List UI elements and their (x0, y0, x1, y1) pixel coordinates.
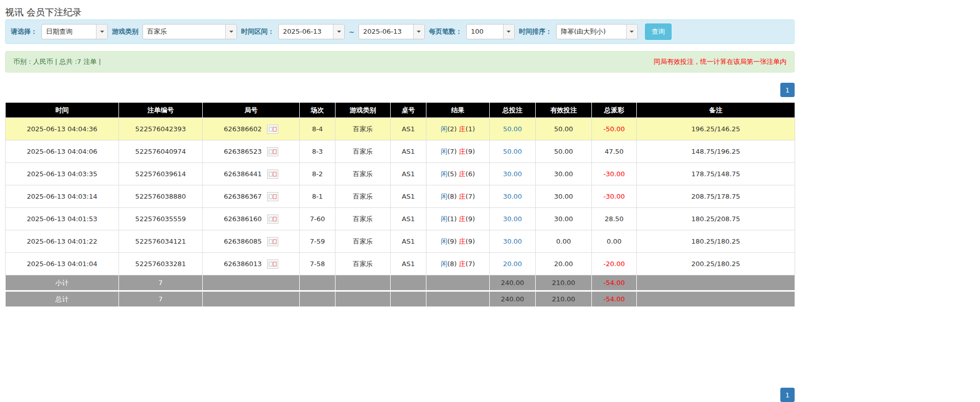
caret-down-icon (337, 31, 341, 33)
view-cards-icon[interactable] (267, 259, 278, 269)
banker-result: 庄 (459, 193, 466, 200)
page-title: 视讯 会员下注纪录 (5, 0, 795, 18)
cell-bet-id: 522576034121 (119, 230, 203, 253)
page-size-caret-button[interactable] (503, 25, 514, 39)
cell-payout: 47.50 (592, 140, 637, 163)
cell-valid-bet: 20.00 (536, 253, 592, 275)
cell-round: 626386367 (203, 185, 300, 208)
table-row: 2025-06-13 04:04:06 522576040974 6263865… (6, 140, 795, 163)
date-to-value: 2025-06-13 (359, 25, 413, 39)
cell-result: 闲(1) 庄(9) (426, 208, 490, 230)
col-header-result: 结果 (426, 103, 490, 118)
subtotal-payout: -54.00 (592, 275, 637, 291)
page-size-select[interactable]: 100 (466, 24, 515, 39)
cell-game: 百家乐 (336, 230, 391, 253)
cell-note: 200.25/180.25 (637, 253, 795, 275)
total-bet-link[interactable]: 50.00 (503, 148, 522, 155)
round-number: 626386085 (224, 237, 261, 245)
total-bet-link[interactable]: 30.00 (503, 170, 522, 178)
view-cards-icon[interactable] (267, 215, 278, 224)
total-label: 总计 (6, 291, 119, 307)
cell-time: 2025-06-13 04:03:14 (6, 185, 119, 208)
cell-note: 180.25/180.25 (637, 230, 795, 253)
cell-bet-id: 522576042393 (119, 118, 203, 140)
view-cards-icon[interactable] (267, 192, 278, 201)
view-cards-icon[interactable] (267, 237, 278, 246)
view-cards-icon[interactable] (267, 170, 278, 179)
view-cards-icon[interactable] (267, 125, 278, 134)
col-header-note: 备注 (637, 103, 795, 118)
betting-records-table: 时间 注单编号 局号 场次 游戏类别 桌号 结果 总投注 有效投注 总派彩 备注… (5, 102, 795, 307)
caret-down-icon (630, 31, 634, 33)
date-to-caret-button[interactable] (413, 25, 424, 39)
cell-time: 2025-06-13 04:03:35 (6, 163, 119, 185)
game-type-caret-button[interactable] (225, 25, 236, 39)
date-from-caret-button[interactable] (333, 25, 344, 39)
cell-payout: -50.00 (592, 118, 637, 140)
player-result: 闲 (441, 193, 447, 200)
filter-bar: 请选择： 日期查询 游戏类别 百家乐 时间区间： 2025-06-13 ~ 20… (5, 19, 795, 44)
total-bet-link[interactable]: 30.00 (503, 193, 522, 200)
cell-round: 626386085 (203, 230, 300, 253)
total-bet-link[interactable]: 20.00 (503, 260, 522, 268)
cell-time: 2025-06-13 04:01:04 (6, 253, 119, 275)
time-sort-caret-button[interactable] (626, 25, 637, 39)
time-sort-select[interactable]: 降幂(由大到小) (556, 24, 638, 39)
cell-payout: 28.50 (592, 208, 637, 230)
page-button-1[interactable]: 1 (780, 83, 795, 97)
search-button[interactable]: 查询 (645, 23, 672, 40)
total-bet-link[interactable]: 30.00 (503, 238, 522, 245)
player-result: 闲 (441, 260, 447, 268)
table-row: 2025-06-13 04:03:14 522576038880 6263863… (6, 185, 795, 208)
cell-game: 百家乐 (336, 185, 391, 208)
date-to-select[interactable]: 2025-06-13 (358, 24, 425, 39)
date-from-select[interactable]: 2025-06-13 (278, 24, 345, 39)
player-result: 闲 (441, 170, 447, 178)
game-type-select[interactable]: 百家乐 (142, 24, 237, 39)
total-total-bet: 240.00 (490, 291, 536, 307)
cell-round: 626386160 (203, 208, 300, 230)
view-cards-icon[interactable] (267, 147, 278, 156)
page-button-1[interactable]: 1 (780, 388, 795, 402)
caret-down-icon (507, 31, 511, 33)
total-bet-link[interactable]: 50.00 (503, 125, 522, 133)
cell-round: 626386602 (203, 118, 300, 140)
cell-note: 148.75/196.25 (637, 140, 795, 163)
cell-result: 闲(9) 庄(9) (426, 230, 490, 253)
subtotal-row: 小计 7 240.00 210.00 -54.00 (6, 275, 795, 291)
query-type-select[interactable]: 日期查询 (41, 24, 108, 39)
table-row: 2025-06-13 04:03:35 522576039614 6263864… (6, 163, 795, 185)
time-sort-label: 时间排序： (519, 27, 552, 36)
table-row: 2025-06-13 04:04:36 522576042393 6263866… (6, 118, 795, 140)
cell-result: 闲(8) 庄(7) (426, 185, 490, 208)
round-number: 626386441 (224, 170, 261, 177)
cell-total-bet: 20.00 (490, 253, 536, 275)
cell-payout: -20.00 (592, 253, 637, 275)
date-range-separator: ~ (349, 28, 354, 36)
cell-session: 8-4 (300, 118, 336, 140)
cell-session: 8-3 (300, 140, 336, 163)
round-number: 626386367 (224, 192, 261, 200)
player-score: (2) (447, 125, 457, 133)
cell-note: 208.75/178.75 (637, 185, 795, 208)
banker-result: 庄 (459, 238, 466, 245)
cell-game: 百家乐 (336, 253, 391, 275)
cell-round: 626386013 (203, 253, 300, 275)
col-header-payout: 总派彩 (592, 103, 637, 118)
col-header-table-no: 桌号 (391, 103, 426, 118)
cell-valid-bet: 30.00 (536, 208, 592, 230)
cell-table-no: AS1 (391, 253, 426, 275)
cell-game: 百家乐 (336, 140, 391, 163)
cell-game: 百家乐 (336, 208, 391, 230)
page-size-label: 每页笔数： (429, 27, 462, 36)
cell-total-bet: 50.00 (490, 140, 536, 163)
summary-bar: 币别 : 人民币 | 总共 :7 注单 | 同局有效投注，统一计算在该局第一张注… (5, 51, 795, 73)
col-header-total-bet: 总投注 (490, 103, 536, 118)
cell-total-bet: 30.00 (490, 163, 536, 185)
query-type-caret-button[interactable] (96, 25, 107, 39)
cell-valid-bet: 30.00 (536, 185, 592, 208)
cell-session: 7-59 (300, 230, 336, 253)
cell-result: 闲(5) 庄(6) (426, 163, 490, 185)
player-result: 闲 (441, 238, 447, 245)
total-bet-link[interactable]: 30.00 (503, 215, 522, 223)
